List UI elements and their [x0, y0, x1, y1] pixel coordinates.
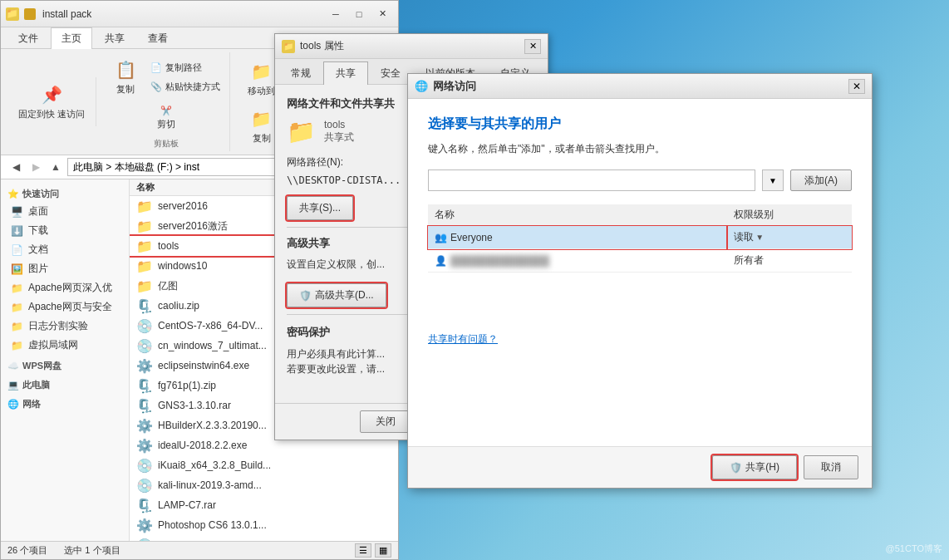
file-name: fg761p(1).zip — [158, 380, 216, 391]
network-description: 键入名称，然后单击"添加"，或者单击箭头查找用户。 — [428, 141, 852, 156]
minimize-button[interactable]: ─ — [325, 6, 347, 22]
list-item[interactable]: 🗜️ LAMP-C7.rar — [130, 495, 398, 515]
tab-security[interactable]: 安全 — [368, 61, 413, 85]
sidebar-section-quickaccess: ⭐ 快速访问 — [1, 183, 129, 202]
list-item[interactable]: 💿 iKuai8_x64_3.2.8_Build... — [130, 455, 398, 475]
sidebar-item-desktop[interactable]: 🖥️ 桌面 — [1, 202, 129, 221]
share-help-link[interactable]: 共享时有问题？ — [428, 333, 498, 345]
permission-dropdown[interactable]: 读取 ▼ — [734, 230, 764, 244]
status-item-count: 26 个项目 — [7, 544, 47, 557]
tab-file[interactable]: 文件 — [7, 27, 49, 49]
tab-sharing[interactable]: 共享 — [323, 61, 368, 85]
network-access-dialog: 🌐 网络访问 ✕ 选择要与其共享的用户 键入名称，然后单击"添加"，或者单击箭头… — [407, 73, 873, 489]
file-name: kali-linux-2019.3-amd... — [158, 479, 262, 491]
sidebar-section-network[interactable]: 🌐 网络 — [1, 393, 129, 412]
file-name: HBuilderX.2.3.3.20190... — [158, 420, 267, 431]
explorer-title-icon: 📁 — [6, 7, 19, 21]
file-name: tools — [158, 240, 179, 252]
owner-user-icon: 👤 — [435, 255, 447, 267]
tab-home[interactable]: 主页 — [51, 27, 92, 49]
cut-button[interactable]: ✂️ 剪切 — [150, 101, 183, 135]
downloads-label: 下载 — [28, 224, 48, 238]
exe-icon: ⚙️ — [136, 437, 153, 454]
sidebar-section-thispc[interactable]: 💻 此电脑 — [1, 374, 129, 393]
titlebar-dots — [24, 8, 36, 20]
folder-icon: 📁 — [136, 238, 153, 254]
file-name: cn_windows_7_ultimat... — [158, 340, 267, 351]
sidebar-item-logs[interactable]: 📁 日志分割实验 — [1, 317, 129, 336]
sidebar-item-apache1[interactable]: 📁 Apache网页深入优 — [1, 278, 129, 297]
path-text: 此电脑 > 本地磁盘 (F:) > inst — [73, 160, 199, 174]
status-bar: 26 个项目 选中 1 个项目 ☰ ▦ — [1, 541, 398, 559]
list-item[interactable]: 💿 kali-linux-2019.3-amd... — [130, 475, 398, 495]
network-heading: 选择要与其共享的用户 — [428, 115, 852, 133]
iso-icon: 💿 — [136, 457, 153, 474]
permission-column-header: 权限级别 — [727, 204, 852, 226]
copy-button[interactable]: 📋 复制 — [108, 54, 143, 100]
everyone-name: Everyone — [450, 232, 493, 243]
network-dialog-close-button[interactable]: ✕ — [848, 79, 865, 94]
clipboard-small-buttons: 📄 复制路径 📎 粘贴快捷方式 — [146, 59, 224, 96]
close-button[interactable]: 关闭 — [360, 410, 411, 433]
sidebar-item-vlan[interactable]: 📁 虚拟局域网 — [1, 336, 129, 355]
maximize-button[interactable]: □ — [348, 6, 370, 22]
watermark: @51CTO博客 — [886, 543, 942, 555]
permission-cell: 读取 ▼ — [727, 226, 852, 249]
tab-view[interactable]: 查看 — [137, 27, 179, 49]
share-confirm-button[interactable]: 🛡️ 共享(H) — [712, 455, 797, 479]
iso-icon: 💿 — [136, 317, 153, 334]
everyone-user-icon: 👥 — [435, 232, 447, 243]
detail-view-button[interactable]: ▦ — [375, 543, 391, 558]
sidebar-item-pictures[interactable]: 🖼️ 图片 — [1, 259, 129, 278]
network-cancel-button[interactable]: 取消 — [804, 455, 858, 479]
wps-icon: ☁️ — [7, 361, 19, 371]
up-button[interactable]: ▲ — [47, 159, 64, 175]
advanced-share-button[interactable]: 🛡️ 高级共享(D... — [287, 283, 386, 307]
file-name: caoliu.zip — [158, 300, 199, 312]
tools-dialog-title: tools 属性 — [300, 39, 519, 53]
table-row[interactable]: 👥 Everyone 读取 ▼ — [428, 226, 852, 249]
pictures-label: 图片 — [28, 262, 48, 276]
shield-icon: 🛡️ — [299, 290, 312, 302]
network-title-label: 网络访问 — [433, 79, 476, 94]
table-row[interactable]: 👤 ██████████████ 所有者 — [428, 249, 852, 273]
address-path[interactable]: 此电脑 > 本地磁盘 (F:) > inst — [67, 158, 288, 176]
network-input-row: ▼ 添加(A) — [428, 169, 852, 191]
network-icon: 🌐 — [7, 399, 19, 410]
thispc-icon: 💻 — [7, 380, 19, 391]
share-confirm-icon: 🛡️ — [730, 462, 742, 474]
sidebar-item-documents[interactable]: 📄 文档 — [1, 240, 129, 259]
file-name: LAMP-C7.rar — [158, 499, 216, 511]
list-item[interactable]: ⚙️ Photoshop CS6 13.0.1... — [130, 515, 398, 535]
owner-permission-value: 所有者 — [734, 254, 764, 266]
tab-share[interactable]: 共享 — [94, 27, 135, 49]
list-item[interactable]: 💿 Red Hat Enterprise 6... — [130, 535, 398, 541]
tools-dialog-close-button[interactable]: ✕ — [524, 39, 541, 54]
apache2-icon: 📁 — [11, 302, 23, 313]
move-icon: 📁 — [250, 60, 273, 83]
network-dialog-title: 🌐 网络访问 — [415, 79, 848, 94]
add-user-button[interactable]: 添加(A) — [790, 169, 852, 191]
clipboard-group-label: 剪贴板 — [154, 138, 179, 150]
paste-shortcut-button[interactable]: 📎 粘贴快捷方式 — [146, 78, 224, 96]
network-dialog-titlebar: 🌐 网络访问 ✕ — [408, 74, 872, 99]
everyone-cell: 👥 Everyone — [428, 226, 727, 249]
pin-to-quick-access-button[interactable]: 📌 固定到快 速访问 — [12, 79, 91, 125]
share-button[interactable]: 共享(S)... — [287, 196, 353, 220]
forward-button[interactable]: ▶ — [27, 159, 44, 175]
copy-path-button[interactable]: 📄 复制路径 — [146, 59, 224, 76]
empty-space — [428, 282, 852, 332]
sidebar-item-apache2[interactable]: 📁 Apache网页与安全 — [1, 297, 129, 317]
paste-shortcut-icon: 📎 — [150, 81, 162, 92]
user-search-input[interactable] — [428, 169, 755, 191]
back-button[interactable]: ◀ — [7, 159, 24, 175]
list-view-button[interactable]: ☰ — [355, 543, 371, 558]
dropdown-button[interactable]: ▼ — [762, 169, 784, 191]
explorer-close-button[interactable]: ✕ — [371, 6, 393, 22]
network-dialog-content: 选择要与其共享的用户 键入名称，然后单击"添加"，或者单击箭头查找用户。 ▼ 添… — [408, 99, 872, 446]
pin-icon: 📌 — [40, 83, 63, 106]
tab-general[interactable]: 常规 — [278, 61, 323, 85]
sidebar-item-downloads[interactable]: ⬇️ 下载 — [1, 221, 129, 240]
file-name: idealU-2018.2.2.exe — [158, 440, 247, 451]
owner-permission-cell: 所有者 — [727, 249, 852, 273]
